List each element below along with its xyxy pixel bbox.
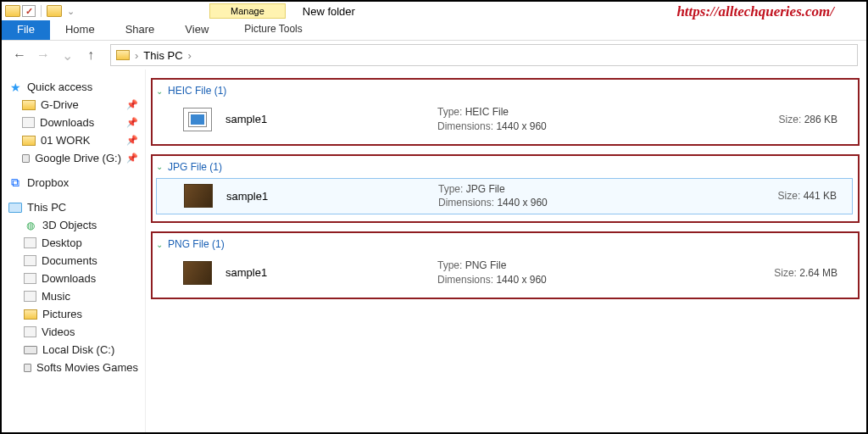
sidebar-item-01work[interactable]: 01 WORK📌 xyxy=(7,131,140,149)
drive-icon xyxy=(22,154,30,163)
file-group-png: ⌄ PNG File (1) sample1 Type: PNG File Di… xyxy=(151,231,860,299)
sidebar-item-label: This PC xyxy=(27,201,66,214)
contextual-tab-manage[interactable]: Manage xyxy=(209,3,286,19)
desktop-icon xyxy=(24,237,36,248)
documents-icon xyxy=(24,255,36,266)
body-split: ★ Quick access G-Drive📌 Downloads📌 01 WO… xyxy=(2,70,866,432)
navigation-pane: ★ Quick access G-Drive📌 Downloads📌 01 WO… xyxy=(2,70,146,432)
group-title: HEIC File (1) xyxy=(168,85,226,97)
folder-icon xyxy=(5,5,20,17)
sidebar-item-gdrive[interactable]: G-Drive📌 xyxy=(7,96,140,114)
file-tab[interactable]: File xyxy=(2,20,50,40)
quick-access-toolbar: ✓ ⌄ xyxy=(5,5,78,17)
group-header[interactable]: ⌄ JPG File (1) xyxy=(156,159,853,178)
sidebar-item-label: Desktop xyxy=(42,236,82,249)
sidebar-item-documents[interactable]: Documents xyxy=(7,252,140,270)
file-meta: Type: JPG File Dimensions: 1440 x 960 xyxy=(438,182,633,211)
downloads-icon xyxy=(22,117,35,128)
file-thumbnail xyxy=(183,108,212,131)
sidebar-item-label: Local Disk (C:) xyxy=(42,343,114,356)
title-bar: ✓ ⌄ Manage New folder https://alltechque… xyxy=(2,2,866,20)
sidebar-item-googledrive[interactable]: Google Drive (G:)📌 xyxy=(7,149,140,167)
sidebar-item-3dobjects[interactable]: ◍3D Objects xyxy=(7,216,140,234)
file-row[interactable]: sample1 Type: PNG File Dimensions: 1440 … xyxy=(156,255,853,291)
sidebar-dropbox[interactable]: ⧉ Dropbox xyxy=(7,174,140,192)
sidebar-item-label: Downloads xyxy=(42,272,96,285)
pc-icon xyxy=(8,203,22,213)
tab-share[interactable]: Share xyxy=(110,20,170,40)
chevron-down-icon: ⌄ xyxy=(156,162,163,171)
sidebar-item-label: Downloads xyxy=(40,116,94,129)
folder-icon xyxy=(116,50,130,60)
file-list-pane: ⌄ HEIC File (1) sample1 Type: HEIC File … xyxy=(146,70,866,432)
file-row[interactable]: sample1 Type: HEIC File Dimensions: 1440… xyxy=(156,102,853,137)
address-bar[interactable]: › This PC › xyxy=(110,44,858,66)
recent-locations-dropdown[interactable]: ⌄ xyxy=(58,46,76,64)
chevron-down-icon: ⌄ xyxy=(156,86,163,96)
chevron-down-icon: ⌄ xyxy=(156,240,163,249)
downloads-icon xyxy=(24,273,36,284)
pin-icon: 📌 xyxy=(126,99,138,110)
group-header[interactable]: ⌄ HEIC File (1) xyxy=(156,83,853,102)
sidebar-item-downloads[interactable]: Downloads📌 xyxy=(7,114,140,131)
group-title: PNG File (1) xyxy=(168,238,225,250)
sidebar-item-videos[interactable]: Videos xyxy=(7,323,140,341)
pin-icon: 📌 xyxy=(126,153,138,164)
breadcrumb-this-pc[interactable]: This PC xyxy=(143,49,182,62)
file-size: Size: 441 KB xyxy=(778,190,849,202)
star-icon: ★ xyxy=(8,81,22,93)
sidebar-item-pictures[interactable]: Pictures xyxy=(7,305,140,323)
sidebar-item-label: 3D Objects xyxy=(42,219,97,231)
folder-icon xyxy=(22,136,36,146)
sidebar-quick-access[interactable]: ★ Quick access xyxy=(7,78,140,96)
file-group-jpg: ⌄ JPG File (1) sample1 Type: JPG File Di… xyxy=(151,154,860,224)
forward-button[interactable]: → xyxy=(34,46,53,64)
file-name: sample1 xyxy=(225,266,437,279)
drive-icon xyxy=(24,346,37,354)
file-thumbnail xyxy=(184,184,213,208)
file-group-heic: ⌄ HEIC File (1) sample1 Type: HEIC File … xyxy=(151,78,860,146)
sidebar-item-label: Quick access xyxy=(27,81,92,93)
pictures-icon xyxy=(24,309,37,320)
sidebar-item-localdisk-c[interactable]: Local Disk (C:) xyxy=(7,341,140,359)
pin-icon: 📌 xyxy=(126,117,138,128)
file-meta: Type: PNG File Dimensions: 1440 x 960 xyxy=(437,259,632,287)
folder-open-icon[interactable] xyxy=(47,5,62,17)
tab-picture-tools[interactable]: Picture Tools xyxy=(236,20,310,40)
sidebar-item-label: Music xyxy=(42,290,70,303)
window-title: New folder xyxy=(303,5,355,18)
drive-icon xyxy=(24,364,31,372)
ribbon-tabs: File Home Share View Picture Tools xyxy=(2,20,866,41)
chevron-right-icon[interactable]: › xyxy=(188,49,192,62)
pin-icon: 📌 xyxy=(126,135,138,146)
sidebar-item-label: 01 WORK xyxy=(41,134,91,147)
file-thumbnail xyxy=(183,261,212,285)
tab-home[interactable]: Home xyxy=(50,20,110,40)
file-size: Size: 286 KB xyxy=(779,114,849,125)
dropbox-icon: ⧉ xyxy=(8,177,22,189)
tab-view[interactable]: View xyxy=(170,20,224,40)
qat-overflow[interactable]: ⌄ xyxy=(64,6,78,17)
navigation-row: ← → ⌄ ↑ › This PC › xyxy=(2,41,866,70)
file-meta: Type: HEIC File Dimensions: 1440 x 960 xyxy=(437,105,632,134)
sidebar-item-label: Videos xyxy=(42,326,75,338)
watermark-url: https://alltechqueries.com/ xyxy=(676,3,834,20)
back-button[interactable]: ← xyxy=(10,46,29,64)
music-icon xyxy=(24,291,36,302)
sidebar-item-pc-downloads[interactable]: Downloads xyxy=(7,270,140,287)
up-button[interactable]: ↑ xyxy=(81,46,100,64)
sidebar-item-label: Pictures xyxy=(42,308,82,320)
sidebar-item-label: Google Drive (G:) xyxy=(35,152,121,164)
folder-icon xyxy=(22,100,36,110)
sidebar-item-softs[interactable]: Softs Movies Games xyxy=(7,359,140,376)
qat-properties-icon[interactable]: ✓ xyxy=(22,5,36,17)
file-name: sample1 xyxy=(225,113,437,125)
sidebar-item-label: Documents xyxy=(42,254,97,267)
file-row[interactable]: sample1 Type: JPG File Dimensions: 1440 … xyxy=(156,178,853,215)
sidebar-item-desktop[interactable]: Desktop xyxy=(7,234,140,252)
chevron-right-icon[interactable]: › xyxy=(135,49,138,62)
file-size: Size: 2.64 MB xyxy=(774,267,849,279)
group-header[interactable]: ⌄ PNG File (1) xyxy=(156,236,853,255)
sidebar-item-music[interactable]: Music xyxy=(7,287,140,305)
sidebar-this-pc[interactable]: This PC xyxy=(7,198,140,216)
